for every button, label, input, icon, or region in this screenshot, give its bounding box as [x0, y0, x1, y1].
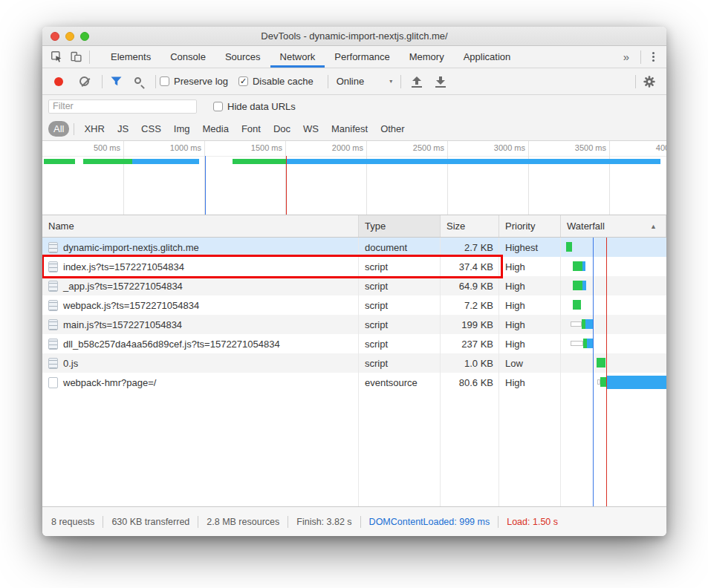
more-tabs-chevron-icon[interactable]: »: [616, 50, 637, 63]
tab-application[interactable]: Application: [454, 46, 521, 68]
dcl-marker-line: [205, 156, 206, 215]
overview-waiting-bar: [233, 159, 286, 164]
inspect-element-icon[interactable]: [47, 48, 66, 66]
waterfall-download-bar: [606, 376, 666, 389]
table-row[interactable]: dynamic-import-nextjs.glitch.medocument2…: [42, 238, 666, 257]
waterfall-download-bar: [582, 281, 586, 290]
table-row[interactable]: main.js?ts=1572271054834script199 KBHigh: [42, 315, 666, 334]
request-name-cell[interactable]: webpack.js?ts=1572271054834: [42, 295, 359, 315]
timeline-tick-label: 1500 ms: [230, 143, 282, 152]
waterfall-cell[interactable]: [561, 257, 666, 276]
import-har-icon[interactable]: [411, 76, 423, 88]
hide-data-urls-checkbox[interactable]: [213, 102, 223, 111]
request-type-cell: script: [359, 315, 441, 334]
request-name-cell[interactable]: dynamic-import-nextjs.glitch.me: [42, 238, 359, 257]
minimize-window-icon[interactable]: [65, 32, 74, 41]
file-icon: [48, 281, 58, 292]
close-window-icon[interactable]: [51, 32, 59, 41]
device-toolbar-icon[interactable]: [66, 48, 85, 66]
preserve-log-checkbox[interactable]: [160, 76, 169, 86]
column-header-type[interactable]: Type: [359, 215, 441, 237]
filter-input[interactable]: [48, 99, 197, 114]
record-network-log-icon[interactable]: [54, 77, 63, 86]
waterfall-download-bar: [582, 261, 585, 271]
type-filter-other[interactable]: Other: [375, 121, 410, 137]
table-row[interactable]: _app.js?ts=1572271054834script64.9 KBHig…: [42, 276, 666, 295]
column-divider: [498, 238, 499, 506]
column-header-priority[interactable]: Priority: [499, 215, 561, 237]
hide-data-urls-label[interactable]: Hide data URLs: [227, 101, 296, 112]
type-filter-xhr[interactable]: XHR: [79, 121, 109, 137]
column-header-size[interactable]: Size: [441, 215, 499, 237]
waterfall-cell[interactable]: [561, 238, 666, 257]
table-row[interactable]: index.js?ts=1572271054834script37.4 KBHi…: [42, 257, 666, 276]
type-filter-manifest[interactable]: Manifest: [326, 121, 373, 137]
disable-cache-checkbox[interactable]: ✓: [238, 76, 248, 86]
request-name: dynamic-import-nextjs.glitch.me: [63, 242, 199, 253]
timeline-gridline: [528, 141, 529, 215]
request-type-cell: script: [359, 334, 441, 353]
request-name-cell[interactable]: main.js?ts=1572271054834: [42, 315, 359, 334]
tab-memory[interactable]: Memory: [400, 46, 454, 68]
export-har-icon[interactable]: [435, 76, 446, 88]
sort-ascending-icon: ▲: [650, 223, 657, 230]
waterfall-cell[interactable]: [561, 353, 666, 373]
tab-console[interactable]: Console: [160, 46, 215, 68]
settings-gear-icon[interactable]: [640, 73, 659, 91]
column-header-name[interactable]: Name: [42, 215, 359, 237]
request-size-cell: 2.7 KB: [441, 238, 499, 257]
column-divider: [560, 238, 561, 506]
column-header-waterfall[interactable]: Waterfall▲: [561, 215, 666, 237]
type-filter-ws[interactable]: WS: [298, 121, 324, 137]
request-name-cell[interactable]: 0.js: [42, 353, 359, 373]
timeline-gridline: [123, 141, 124, 215]
table-row[interactable]: dll_b58c257da4aa56d89cef.js?ts=157227105…: [42, 334, 666, 353]
waterfall-cell[interactable]: [561, 334, 666, 353]
devtools-menu-icon[interactable]: [645, 52, 662, 62]
tab-performance[interactable]: Performance: [325, 46, 399, 68]
timeline-gridline: [609, 141, 610, 215]
waterfall-cell[interactable]: [561, 295, 666, 315]
request-size-cell: 7.2 KB: [441, 295, 499, 315]
disable-cache-label[interactable]: Disable cache: [253, 76, 314, 87]
type-filter-all[interactable]: All: [48, 121, 69, 137]
traffic-lights: [51, 32, 89, 41]
resource-type-filters: AllXHRJSCSSImgMediaFontDocWSManifestOthe…: [42, 117, 666, 141]
status-item: 630 KB transferred: [111, 517, 189, 527]
waterfall-cell[interactable]: [561, 315, 666, 334]
timeline-tick-label: 1000 ms: [149, 143, 201, 152]
waterfall-cell[interactable]: [561, 276, 666, 295]
divider: [288, 516, 288, 528]
title-bar: DevTools - dynamic-import-nextjs.glitch.…: [42, 27, 666, 46]
request-name-cell[interactable]: webpack-hmr?page=/: [42, 373, 359, 392]
table-row[interactable]: 0.jsscript1.0 KBLow: [42, 353, 666, 373]
preserve-log-label[interactable]: Preserve log: [174, 76, 228, 87]
tab-elements[interactable]: Elements: [101, 46, 160, 68]
status-item: DOMContentLoaded: 999 ms: [369, 517, 490, 527]
request-name-cell[interactable]: index.js?ts=1572271054834: [42, 257, 359, 276]
filter-funnel-icon[interactable]: [106, 73, 126, 91]
tab-sources[interactable]: Sources: [215, 46, 270, 68]
column-header-label: Priority: [505, 220, 535, 232]
type-filter-js[interactable]: JS: [112, 121, 134, 137]
waterfall-cell[interactable]: [561, 373, 666, 392]
divider: [74, 123, 74, 135]
throttling-dropdown[interactable]: Online ▾: [337, 76, 393, 87]
clear-network-log-icon[interactable]: [79, 76, 89, 86]
type-filter-css[interactable]: CSS: [136, 121, 166, 137]
timeline-gridline: [366, 141, 367, 215]
table-row[interactable]: webpack-hmr?page=/eventsource80.6 KBHigh: [42, 373, 666, 392]
table-row[interactable]: webpack.js?ts=1572271054834script7.2 KBH…: [42, 295, 666, 315]
search-icon[interactable]: [134, 77, 141, 84]
request-name-cell[interactable]: dll_b58c257da4aa56d89cef.js?ts=157227105…: [42, 334, 359, 353]
request-name: webpack.js?ts=1572271054834: [63, 300, 199, 311]
type-filter-font[interactable]: Font: [236, 121, 266, 137]
network-overview-timeline[interactable]: 500 ms1000 ms1500 ms2000 ms2500 ms3000 m…: [42, 141, 666, 215]
type-filter-doc[interactable]: Doc: [268, 121, 296, 137]
request-name-cell[interactable]: _app.js?ts=1572271054834: [42, 276, 359, 295]
type-filter-media[interactable]: Media: [197, 121, 233, 137]
request-type-cell: script: [359, 295, 441, 315]
type-filter-img[interactable]: Img: [169, 121, 195, 137]
zoom-window-icon[interactable]: [80, 32, 89, 41]
tab-network[interactable]: Network: [270, 46, 325, 68]
